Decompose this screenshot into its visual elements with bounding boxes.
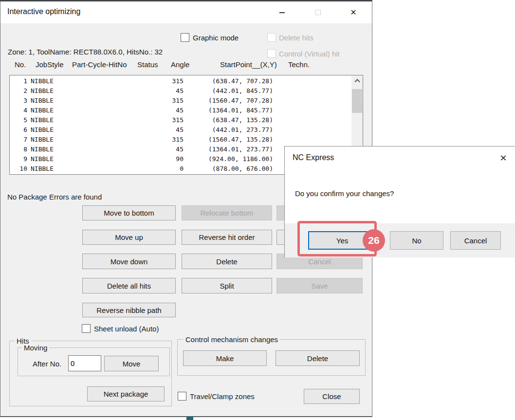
scroll-thumb[interactable]	[352, 89, 362, 113]
control-delete-button[interactable]: Delete	[276, 350, 360, 366]
column-header-angle: Angle	[171, 60, 189, 69]
column-header-status: Status	[137, 60, 158, 69]
background-peek	[186, 417, 193, 420]
graphic-mode-checkbox[interactable]	[181, 33, 189, 42]
close-dialog-button[interactable]: Close	[304, 389, 360, 404]
delete-all-hits-button[interactable]: Delete all hits	[82, 278, 176, 293]
close-icon: ✕	[350, 9, 356, 17]
dialog-title: NC Express	[293, 153, 334, 162]
delete-hits-label: Delete hits	[279, 34, 313, 42]
split-button[interactable]: Split	[182, 278, 272, 293]
close-button[interactable]: ✕	[342, 1, 365, 23]
move-up-button[interactable]: Move up	[82, 230, 176, 245]
relocate-bottom-button: Relocate bottom	[182, 205, 272, 220]
control-virtual-hit-label: Control (Virtual) hit	[279, 50, 340, 58]
next-package-button[interactable]: Next package	[87, 386, 165, 402]
save-button: Save	[276, 278, 363, 293]
move-button[interactable]: Move	[104, 356, 159, 371]
column-header-jobstyle: JobStyle	[36, 60, 64, 69]
list-item[interactable]: 4NIBBLE45(1364.01, 845.77)	[10, 106, 363, 115]
list-item[interactable]: 2NIBBLE45(442.01, 845.77)	[10, 86, 363, 96]
maximize-button	[307, 1, 329, 23]
minimize-button[interactable]	[271, 1, 293, 23]
move-down-button[interactable]: Move down	[82, 254, 176, 269]
screen: Interactive optimizing ✕ Graphic mode De…	[0, 0, 515, 420]
no-button[interactable]: No	[390, 231, 443, 250]
sheet-unload-checkbox[interactable]	[82, 324, 91, 333]
delete-button[interactable]: Delete	[182, 254, 272, 269]
status-text: No Package Errors are found	[7, 193, 102, 201]
control-mechanism-legend: Control mechanism changes	[184, 335, 280, 344]
travel-clamp-label: Travel/Clamp zones	[190, 392, 255, 401]
column-header-no: No.	[15, 60, 26, 69]
list-item[interactable]: 7NIBBLE315(1560.47, 135.28)	[10, 135, 363, 145]
delete-hits-checkbox	[267, 33, 276, 42]
after-no-label: After No.	[33, 360, 61, 368]
graphic-mode-label: Graphic mode	[193, 34, 239, 42]
chevron-up-icon	[354, 79, 360, 84]
dialog-close-button[interactable]: ✕	[493, 149, 514, 167]
list-item[interactable]: 6NIBBLE45(442.01, 273.77)	[10, 125, 363, 135]
travel-clamp-checkbox[interactable]	[178, 392, 186, 401]
move-to-bottom-button[interactable]: Move to bottom	[82, 205, 176, 220]
minimize-icon	[279, 12, 285, 13]
make-button[interactable]: Make	[183, 350, 267, 366]
control-virtual-hit-checkbox	[267, 49, 276, 58]
dialog-message: Do you confirm your changes?	[295, 189, 394, 198]
moving-group-legend: Moving	[22, 344, 49, 352]
sheet-unload-label: Sheet unload (Auto)	[94, 325, 159, 333]
annotation-badge: 26	[363, 229, 385, 252]
reverse-hit-order-button[interactable]: Reverse hit order	[182, 230, 272, 245]
scroll-up-button[interactable]	[351, 75, 363, 85]
maximize-icon	[315, 10, 321, 15]
column-header-startpoint: StartPoint__(X,Y)	[220, 60, 277, 69]
cancel-button[interactable]: Cancel	[450, 231, 501, 250]
window-title: Interactive optimizing	[7, 7, 80, 16]
column-header-techn: Techn.	[288, 60, 310, 69]
list-item[interactable]: 1NIBBLE315(638.47, 707.28)	[10, 76, 363, 86]
zone-info: Zone: 1, ToolName: RECT88.0X6.0, HitsNo.…	[8, 48, 163, 56]
reverse-nibble-path-button[interactable]: Reverse nibble path	[82, 303, 176, 317]
column-header-part-cycle-hitno: Part-Cycle-HitNo	[72, 60, 127, 69]
after-no-input[interactable]	[68, 355, 101, 371]
list-item[interactable]: 5NIBBLE315(638.47, 135.28)	[10, 115, 363, 125]
close-icon: ✕	[499, 154, 507, 163]
list-item[interactable]: 3NIBBLE315(1560.47, 707.28)	[10, 96, 363, 106]
title-bar: Interactive optimizing ✕	[0, 1, 372, 23]
